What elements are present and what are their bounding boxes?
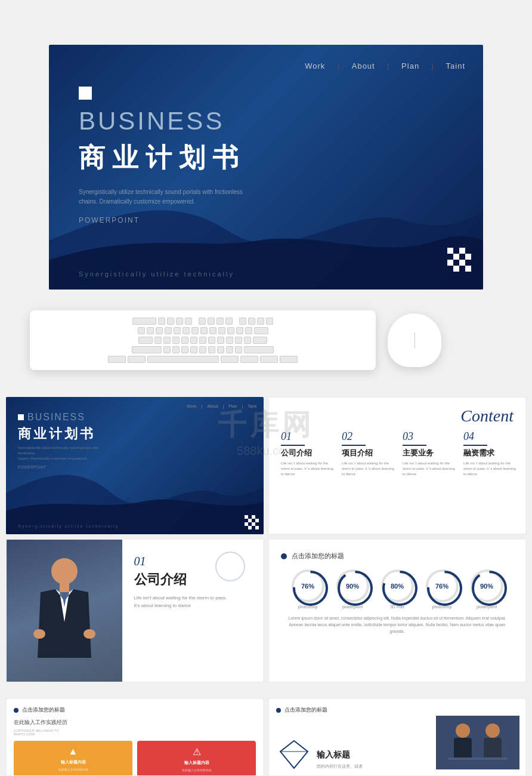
content-item-2: 02 项目介绍 Life isn 't about waiting for th… xyxy=(342,430,398,477)
hero-subtitle-line2: chains. Dramatically customize empowered… xyxy=(79,198,195,205)
diamond-info: 输入标题 您的内容打在这里、或者 xyxy=(317,750,418,769)
skill-5: 90% powerpoint xyxy=(471,569,503,609)
hero-chinese-title: 商业计划书 xyxy=(79,140,246,175)
content-item-1: 01 公司介绍 Life isn 't about waiting for th… xyxy=(281,430,337,477)
hero-powerpoint: POWERPOINT xyxy=(79,216,246,224)
skill-3: 80% 3D max xyxy=(381,569,414,609)
small-checkerboard xyxy=(245,515,259,529)
svg-rect-15 xyxy=(454,738,472,759)
svg-rect-18 xyxy=(448,757,508,760)
hero-subtitle-line1: Synergistically utilize technically soun… xyxy=(79,189,243,195)
exp-subtitle: 在此输入工作实践经历 xyxy=(14,719,256,726)
content-item-3: 03 主要业务 Life isn 't about waiting for th… xyxy=(403,430,459,477)
small-bottom-text: Synergistically utilize technically xyxy=(18,524,119,528)
nav-taint[interactable]: Taint xyxy=(446,61,465,70)
content-item-1-num: 01 xyxy=(281,430,337,443)
content-item-4-num: 04 xyxy=(463,430,519,443)
diamond-shape-icon xyxy=(279,740,309,769)
svg-point-2 xyxy=(33,629,45,639)
skill-2-percent: 90% xyxy=(346,583,359,590)
exp-dot-icon xyxy=(14,708,18,713)
mouse-image xyxy=(388,313,441,367)
exp-cards: ▲ 输入标题内容 在此输入文本内容在此 ⚠ 输入标题内容 在此输入文本内容在此 xyxy=(14,741,256,776)
exp-card-1-subtitle: 在此输入文本内容在此 xyxy=(58,768,88,771)
svg-rect-17 xyxy=(484,738,502,759)
small-nav-plan: Plan xyxy=(228,404,237,408)
nav-sep2: | xyxy=(387,61,389,70)
content-item-2-num: 02 xyxy=(342,430,398,443)
diamond-profile-photo xyxy=(436,716,519,769)
exp-card-2-title: 输入标题内容 xyxy=(184,760,209,766)
hero-nav: Work | About | Plan | Taint xyxy=(305,61,465,70)
bottom-slides-row: 点击添加您的标题 在此输入工作实践经历 COPYRIGHT BELONGS TO… xyxy=(6,698,526,776)
alarm-icon: ⚠ xyxy=(193,746,201,757)
diamond-header: 点击添加您的标题 xyxy=(276,706,327,714)
nav-plan[interactable]: Plan xyxy=(401,61,419,70)
skills-dot-icon xyxy=(281,553,287,559)
small-chinese-title: 商业计划书 xyxy=(18,425,113,443)
svg-point-0 xyxy=(51,558,78,584)
keyboard-area xyxy=(30,304,441,376)
nav-sep1: | xyxy=(337,61,339,70)
skill-4-percent: 76% xyxy=(435,583,449,590)
skills-slide: 点击添加您的标题 76% photoshop 90% xyxy=(268,539,526,682)
svg-line-12 xyxy=(294,741,308,752)
skills-description: Lorem ipsum dolor sit amet, consectetur … xyxy=(281,615,514,635)
exp-card-orange: ▲ 输入标题内容 在此输入文本内容在此 xyxy=(14,741,132,776)
small-blue-slide: Work | About | Plan | Taint BUSINESS 商业计… xyxy=(6,397,264,534)
svg-rect-13 xyxy=(436,716,519,769)
content-item-3-text: Life isn 't about waiting for the storm … xyxy=(403,461,459,477)
hero-slide: Work | About | Plan | Taint BUSINESS 商业计… xyxy=(49,45,483,290)
skills-header-title: 点击添加您的标题 xyxy=(292,552,344,561)
hero-checkerboard xyxy=(447,248,471,272)
experience-slide: 点击添加您的标题 在此输入工作实践经历 COPYRIGHT BELONGS TO… xyxy=(6,698,264,776)
content-item-4-text: Life isn 't about waiting for the storm … xyxy=(463,461,519,477)
diamond-profile-title: 输入标题 xyxy=(317,750,418,760)
circle-decoration xyxy=(215,552,245,581)
skill-circle-2: 90% xyxy=(336,569,369,602)
skill-1-percent: 76% xyxy=(301,583,314,590)
small-slide-content: BUSINESS 商业计划书 Synergistically utilize t… xyxy=(18,412,113,469)
exp-header-title: 点击添加您的标题 xyxy=(22,706,65,714)
small-business-label: BUSINESS xyxy=(27,412,85,423)
nav-about[interactable]: About xyxy=(352,61,375,70)
skill-5-percent: 90% xyxy=(480,583,493,590)
content-slide-title: Content xyxy=(460,407,514,426)
content-item-4-title: 融资需求 xyxy=(463,448,519,458)
exp-card-2-subtitle: 在此输入文本内容在此 xyxy=(182,768,212,772)
svg-point-14 xyxy=(456,723,470,738)
company-info: 01 公司介绍 Life isn't about waiting for the… xyxy=(122,540,264,682)
content-item-1-text: Life isn 't about waiting for the storm … xyxy=(281,461,337,477)
hero-business-label: BUSINESS xyxy=(79,107,246,136)
skill-circle-1: 76% xyxy=(292,569,324,602)
nav-sep3: | xyxy=(431,61,434,70)
svg-line-11 xyxy=(280,741,294,752)
company-slide: 01 公司介绍 Life isn't about waiting for the… xyxy=(6,539,264,682)
content-item-4: 04 融资需求 Life isn 't about waiting for th… xyxy=(463,430,519,477)
svg-rect-1 xyxy=(60,583,69,592)
company-photo xyxy=(7,540,122,682)
person-photo xyxy=(7,540,122,682)
content-item-3-num: 03 xyxy=(403,430,459,443)
small-nav-about: About xyxy=(207,404,218,408)
diamond-header-title: 点击添加您的标题 xyxy=(284,706,327,714)
content-item-2-text: Life isn 't about waiting for the storm … xyxy=(342,461,398,477)
hero-subtitle: Synergistically utilize technically soun… xyxy=(79,187,246,207)
hero-bottom-text: Synergistically utilize technically xyxy=(79,270,234,278)
skill-4: 76% photoshop xyxy=(426,569,459,609)
hero-square-icon xyxy=(79,87,92,100)
skills-circles: 76% photoshop 90% powerpoint xyxy=(281,569,514,609)
skill-3-percent: 80% xyxy=(391,583,404,590)
content-item-1-title: 公司介绍 xyxy=(281,448,337,458)
diamond-icon-area xyxy=(276,740,312,769)
company-text: Life isn't about waiting for the storm t… xyxy=(134,595,252,610)
triangle-icon: ▲ xyxy=(69,746,78,757)
hero-content: BUSINESS 商业计划书 Synergistically utilize t… xyxy=(79,87,246,224)
small-nav-taint: Taint xyxy=(248,404,256,408)
slides-grid: Work | About | Plan | Taint BUSINESS 商业计… xyxy=(6,397,526,682)
exp-header: 点击添加您的标题 xyxy=(14,706,256,714)
svg-point-16 xyxy=(485,723,500,738)
exp-copyright: COPYRIGHT BELONGS TOBA0TU.COM xyxy=(14,729,256,736)
diamond-dot-icon xyxy=(276,708,281,713)
nav-work[interactable]: Work xyxy=(305,61,325,70)
